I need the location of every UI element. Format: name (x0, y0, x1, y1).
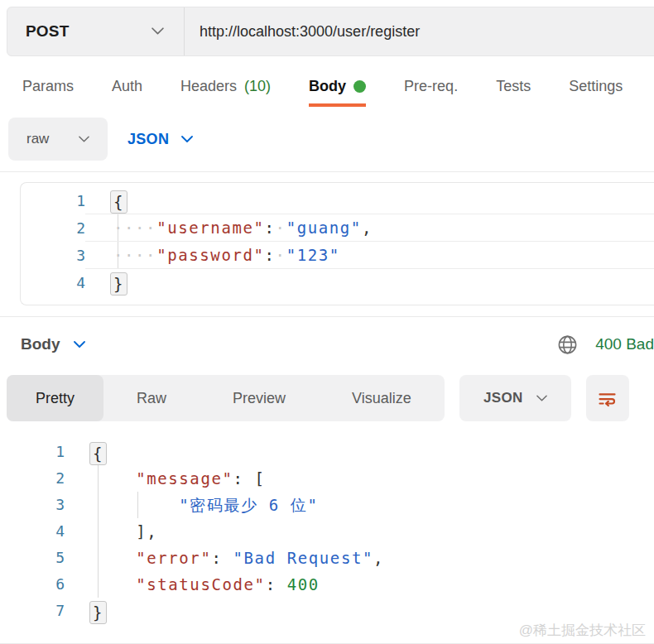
body-type-row: raw JSON (8, 118, 654, 161)
body-mode-dropdown[interactable]: raw (8, 118, 108, 161)
code-line: 4 ], (0, 518, 654, 545)
tab-params[interactable]: Params (22, 78, 74, 107)
fold-marker[interactable]: { (110, 190, 127, 214)
code-line: 3 ····"password":·"123" (21, 242, 654, 269)
view-pretty[interactable]: Pretty (7, 375, 103, 421)
tab-headers[interactable]: Headers (10) (180, 78, 271, 107)
code-line: 2 "message": [ (0, 465, 654, 492)
tab-auth[interactable]: Auth (112, 78, 142, 107)
code-line: 5 "error": "Bad Request", (0, 545, 654, 571)
request-tabs: Params Auth Headers (10) Body Pre-req. T… (0, 56, 654, 107)
tab-pre-request[interactable]: Pre-req. (404, 78, 458, 107)
view-preview[interactable]: Preview (200, 375, 319, 421)
code-line: 6 "statusCode": 400 (0, 571, 654, 598)
fold-marker[interactable]: } (110, 272, 127, 296)
response-body-dropdown[interactable]: Body (21, 335, 85, 353)
juejin-watermark: @稀土掘金技术社区 (519, 621, 646, 640)
code-line: 1 { (0, 439, 654, 465)
response-format-dropdown[interactable]: JSON (459, 375, 571, 421)
chevron-down-icon (181, 136, 193, 143)
chevron-down-icon (536, 395, 547, 402)
globe-icon[interactable] (556, 334, 579, 356)
chevron-down-icon (151, 27, 164, 36)
response-body-viewer[interactable]: 1 { 2 "message": [ 3 "密码最少 6 位" 4 ], 5 "… (0, 439, 654, 624)
code-line: 2 ····"username":·"guang", (21, 214, 654, 242)
fold-marker[interactable]: } (89, 601, 107, 624)
headers-count-badge: (10) (244, 78, 271, 95)
request-url-bar: POST http://localhost:3000/user/register (7, 7, 654, 56)
divider (0, 316, 654, 317)
response-view-switcher: Pretty Raw Preview Visualize (7, 375, 445, 421)
method-label: POST (26, 22, 70, 41)
view-raw[interactable]: Raw (103, 375, 200, 421)
view-visualize[interactable]: Visualize (319, 375, 445, 421)
method-dropdown[interactable]: POST (7, 7, 185, 55)
tab-body[interactable]: Body (309, 78, 366, 107)
tab-settings[interactable]: Settings (569, 78, 623, 107)
response-header: Body 400 Bad (21, 331, 654, 358)
body-modified-dot-icon (353, 80, 366, 93)
wrap-lines-icon (596, 387, 618, 410)
code-line: 3 "密码最少 6 位" (0, 492, 654, 518)
divider (0, 171, 654, 172)
tab-tests[interactable]: Tests (496, 78, 531, 107)
body-format-dropdown[interactable]: JSON (127, 131, 193, 148)
status-badge[interactable]: 400 Bad (595, 335, 654, 353)
chevron-down-icon (74, 341, 85, 348)
fold-marker[interactable]: { (89, 442, 107, 465)
url-input[interactable]: http://localhost:3000/user/register (185, 7, 420, 55)
chevron-down-icon (79, 136, 89, 143)
request-body-editor[interactable]: 1 { 2 ····"username":·"guang", 3 ····"pa… (20, 182, 654, 305)
code-line: 4 } (21, 269, 654, 296)
code-line: 1 { (21, 187, 654, 214)
wrap-lines-button[interactable] (586, 375, 629, 421)
response-toolbar: Pretty Raw Preview Visualize JSON (7, 375, 654, 421)
